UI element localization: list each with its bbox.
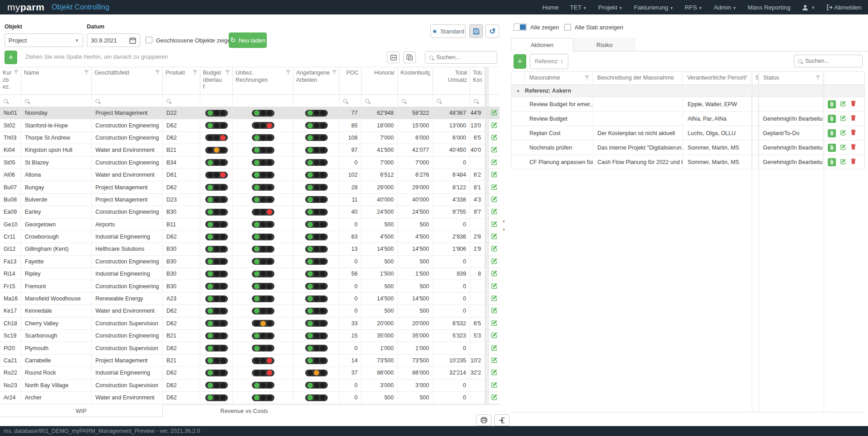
- column-header-2[interactable]: Name: [21, 67, 92, 95]
- column-filter-cell[interactable]: [293, 95, 340, 107]
- add-group-button[interactable]: +: [5, 51, 17, 64]
- table-row[interactable]: Cr11CrowboroughIndustrial EngineeringD62…: [0, 231, 500, 243]
- column-header-11[interactable]: Total Umsatz: [433, 67, 470, 95]
- column-filter-cell[interactable]: [340, 95, 362, 107]
- edit-row-button[interactable]: [491, 381, 498, 389]
- column-header-9[interactable]: Honorar: [362, 67, 398, 95]
- grid-scrollbar[interactable]: [485, 318, 489, 330]
- group-row[interactable]: ▾ Referenz: Askern: [511, 85, 864, 97]
- nav-item-projekt[interactable]: Projekt▼: [598, 4, 623, 11]
- grid-scrollbar[interactable]: [485, 169, 489, 181]
- grid-scrollbar[interactable]: [485, 342, 489, 354]
- grid-scrollbar[interactable]: [485, 293, 489, 305]
- edit-row-button[interactable]: [491, 183, 498, 192]
- attachment-button[interactable]: [828, 129, 836, 137]
- column-header-8[interactable]: POC: [340, 67, 362, 95]
- column-filter-cell[interactable]: [470, 95, 485, 107]
- grid-scrollbar[interactable]: [485, 231, 489, 243]
- edit-action-button[interactable]: [840, 144, 846, 151]
- nav-item-mass-reporting[interactable]: Mass Reporting: [748, 4, 791, 11]
- objekt-select[interactable]: Project▼: [5, 33, 83, 47]
- delete-action-button[interactable]: [850, 129, 856, 137]
- table-row[interactable]: Ro22Round RockIndustrial EngineeringD623…: [0, 367, 500, 379]
- table-row[interactable]: No23North Bay VillageConstruction Superv…: [0, 380, 500, 392]
- column-filter-cell[interactable]: [92, 95, 163, 107]
- actions-search-input[interactable]: [805, 58, 859, 64]
- grid-search-input[interactable]: [436, 54, 493, 61]
- table-row[interactable]: Fr15FremontConstruction EngineeringB3005…: [0, 280, 500, 292]
- grid-scrollbar[interactable]: [485, 95, 489, 107]
- edit-row-button[interactable]: [491, 319, 498, 328]
- edit-action-button[interactable]: [840, 158, 846, 166]
- nav-item-fakturierung[interactable]: Fakturierung▼: [634, 4, 674, 11]
- action-row[interactable]: Review BudgetAlNa, Par, AlNaGenehmigt/In…: [511, 112, 864, 126]
- column-header-verantwortliche-person[interactable]: Verantwortliche Person: [683, 72, 751, 84]
- calendar-icon[interactable]: [129, 37, 136, 44]
- table-row[interactable]: Ch18Cherry ValleyConstruction Supervisio…: [0, 318, 500, 330]
- attachment-button[interactable]: [828, 158, 836, 166]
- edit-row-button[interactable]: [491, 295, 498, 303]
- column-header-3[interactable]: Geschäftsfeld: [92, 67, 163, 95]
- delete-action-button[interactable]: [850, 115, 856, 122]
- table-row[interactable]: Pl20PlymouthConstruction SupervisionD620…: [0, 342, 500, 354]
- alle-stati-checkbox[interactable]: [564, 24, 571, 31]
- edit-row-button[interactable]: [491, 307, 498, 315]
- column-filter-cell[interactable]: [398, 95, 433, 107]
- edit-row-button[interactable]: [491, 233, 498, 241]
- copy-grid-button[interactable]: [403, 52, 416, 63]
- table-row[interactable]: Gi12Gillingham (Kent)Helthcare Solutions…: [0, 243, 500, 255]
- column-header-5[interactable]: Budget überlauf: [200, 67, 233, 95]
- grid-scrollbar[interactable]: [485, 256, 489, 268]
- edit-row-button[interactable]: [491, 171, 498, 179]
- alle-zeigen-checkbox[interactable]: [514, 23, 527, 31]
- edit-row-button[interactable]: [491, 356, 498, 365]
- edit-row-button[interactable]: [491, 196, 498, 204]
- grid-search[interactable]: [425, 51, 497, 64]
- edit-row-button[interactable]: [491, 270, 498, 278]
- grid-scrollbar[interactable]: [485, 268, 489, 280]
- edit-row-button[interactable]: [491, 369, 498, 377]
- table-row[interactable]: Ea09EarleyConstruction EngineeringB30402…: [0, 206, 500, 218]
- column-header-4[interactable]: Produkt: [163, 67, 200, 95]
- table-row[interactable]: Th03Thorpe St AndrewConstruction Enginee…: [0, 132, 500, 144]
- table-row[interactable]: Fa13FayetteConstruction EngineeringB3005…: [0, 256, 500, 268]
- attachment-button[interactable]: [828, 115, 836, 123]
- grid-scrollbar[interactable]: [485, 380, 489, 392]
- edit-row-button[interactable]: [491, 208, 498, 216]
- action-row[interactable]: Replan CostDer Kostenplan ist nicht aktu…: [511, 126, 864, 141]
- column-header-10[interactable]: Kostenbudget: [398, 67, 433, 95]
- column-filter-cell[interactable]: [21, 95, 92, 107]
- tab-risiko[interactable]: Risiko: [573, 38, 636, 52]
- edit-row-button[interactable]: [491, 122, 498, 130]
- actions-search[interactable]: [794, 55, 863, 67]
- myparm-logo[interactable]: myparm: [7, 2, 44, 13]
- column-header-7[interactable]: Angefangene Arbeiten: [293, 67, 340, 95]
- column-header-1[interactable]: Kurzbez.: [0, 67, 21, 95]
- nav-item-tet[interactable]: TET▼: [570, 4, 587, 11]
- grid-scrollbar[interactable]: [485, 206, 489, 218]
- column-header-6[interactable]: Unbez. Rechnungen: [233, 67, 293, 95]
- grid-scrollbar[interactable]: [485, 219, 489, 231]
- filter-icon[interactable]: [585, 75, 590, 80]
- save-layout-button[interactable]: [469, 24, 483, 38]
- grid-scrollbar[interactable]: [485, 119, 489, 131]
- grid-scrollbar[interactable]: [485, 305, 489, 317]
- table-row[interactable]: No01NoondayProject ManagementD227762'948…: [0, 107, 500, 119]
- collapse-right-icon[interactable]: ›: [503, 226, 505, 232]
- grid-scrollbar[interactable]: [485, 194, 489, 206]
- column-header-12[interactable]: Total Kosten: [470, 67, 485, 95]
- column-filter-cell[interactable]: [200, 95, 233, 107]
- user-menu[interactable]: ▼: [802, 4, 816, 10]
- edit-row-button[interactable]: [491, 394, 498, 402]
- attachment-button[interactable]: [828, 144, 836, 152]
- edit-row-button[interactable]: [491, 282, 498, 291]
- table-row[interactable]: Ke17KennedaleWater and EnvironmentD62050…: [0, 305, 500, 317]
- table-row[interactable]: Bu08BulverdeProject ManagementD231140'00…: [0, 194, 500, 206]
- edit-action-button[interactable]: [840, 115, 846, 122]
- grid-scrollbar[interactable]: [485, 330, 489, 342]
- table-row[interactable]: Bu07BungayProject ManagementD622829'0002…: [0, 181, 500, 193]
- edit-row-button[interactable]: [491, 109, 498, 117]
- grid-scrollbar[interactable]: [485, 157, 489, 169]
- nav-item-rfs[interactable]: RFS▼: [685, 4, 703, 11]
- datum-input[interactable]: 30.9.2021: [87, 33, 140, 47]
